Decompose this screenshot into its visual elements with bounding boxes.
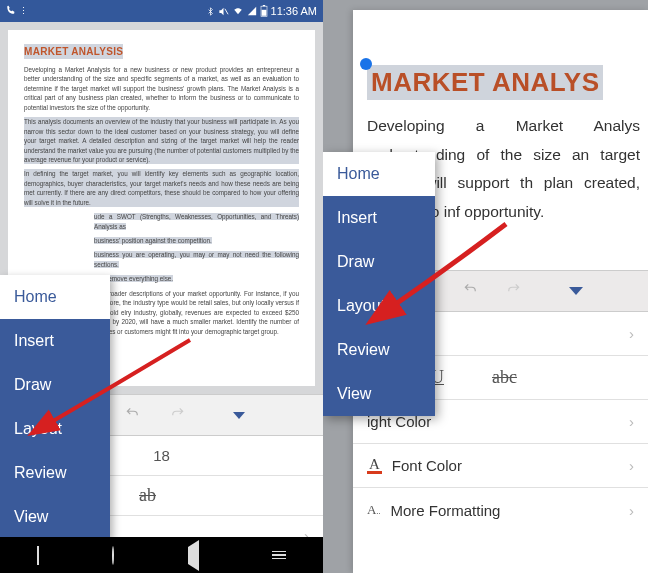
menu-lines-button[interactable] <box>272 551 286 560</box>
font-color-icon: A <box>367 457 382 474</box>
tab-insert[interactable]: Insert <box>0 319 110 363</box>
doc-para: the broader descriptions of your market … <box>94 289 299 336</box>
phone-icon <box>6 5 16 17</box>
font-color-label: Font Color <box>392 457 462 474</box>
tab-view[interactable]: View <box>323 372 435 416</box>
strike-button[interactable]: ab <box>139 485 156 506</box>
wifi-icon <box>232 6 244 16</box>
right-screenshot: MARKET ANALYS Developing a Market Analys… <box>323 0 648 573</box>
collapse-caret-icon[interactable] <box>569 287 583 295</box>
tab-review[interactable]: Review <box>0 451 110 495</box>
doc-para: business you are operating, you may or m… <box>94 250 299 269</box>
doc-para: This analysis documents an overview of t… <box>24 117 299 164</box>
dots-icon: ⋮ <box>19 6 28 16</box>
back-button[interactable] <box>188 547 199 564</box>
tab-layout[interactable]: Layout <box>0 407 110 451</box>
svg-rect-3 <box>261 10 266 16</box>
font-color-row[interactable]: A Font Color › <box>353 444 648 488</box>
tab-draw[interactable]: Draw <box>323 240 435 284</box>
doc-para: ude a SWOT (Strengths, Weaknesses, Oppor… <box>94 212 299 231</box>
chevron-right-icon: › <box>629 502 634 519</box>
selection-handle-icon[interactable] <box>360 58 372 70</box>
undo-icon[interactable] <box>123 406 141 424</box>
tab-draw[interactable]: Draw <box>0 363 110 407</box>
redo-icon[interactable] <box>505 282 523 300</box>
clock-text: 11:36 AM <box>271 5 317 17</box>
doc-title: MARKET ANALYSIS <box>24 44 123 59</box>
svg-line-0 <box>224 8 227 14</box>
battery-icon <box>260 5 268 17</box>
tab-review[interactable]: Review <box>323 328 435 372</box>
left-screenshot: ⋮ 11:36 AM MARKET ANALYSIS Developing a … <box>0 0 323 573</box>
chevron-right-icon: › <box>629 457 634 474</box>
svg-rect-2 <box>262 5 264 6</box>
tab-menu: Home Insert Draw Layout Review View <box>0 275 110 539</box>
android-nav-bar <box>0 537 323 573</box>
collapse-caret-icon[interactable] <box>233 412 245 419</box>
tab-layout[interactable]: Layout <box>323 284 435 328</box>
tab-view[interactable]: View <box>0 495 110 539</box>
doc-para: and remove everything else. <box>94 274 299 283</box>
recent-apps-button[interactable] <box>37 547 39 564</box>
bluetooth-icon <box>206 6 215 17</box>
doc-title: MARKET ANALYS <box>367 65 603 100</box>
chevron-right-icon: › <box>629 325 634 342</box>
undo-icon[interactable] <box>461 282 479 300</box>
more-formatting-icon: A.. <box>367 502 380 518</box>
more-formatting-label: More Formatting <box>390 502 500 519</box>
more-formatting-row[interactable]: A.. More Formatting › <box>353 488 648 532</box>
tab-menu: Home Insert Draw Layout Review View <box>323 152 435 416</box>
doc-para: business' position against the competiti… <box>94 236 299 245</box>
redo-icon[interactable] <box>169 406 187 424</box>
signal-icon <box>247 6 257 16</box>
home-button[interactable] <box>112 547 114 564</box>
android-status-bar: ⋮ 11:36 AM <box>0 0 323 22</box>
chevron-right-icon: › <box>629 413 634 430</box>
tab-insert[interactable]: Insert <box>323 196 435 240</box>
tab-home[interactable]: Home <box>323 152 435 196</box>
mute-icon <box>218 6 229 17</box>
doc-para: Developing a Market Analysis for a new b… <box>24 65 299 112</box>
doc-para: In defining the target market, you will … <box>24 169 299 207</box>
tab-home[interactable]: Home <box>0 275 110 319</box>
strike-button[interactable]: abc <box>492 367 517 388</box>
